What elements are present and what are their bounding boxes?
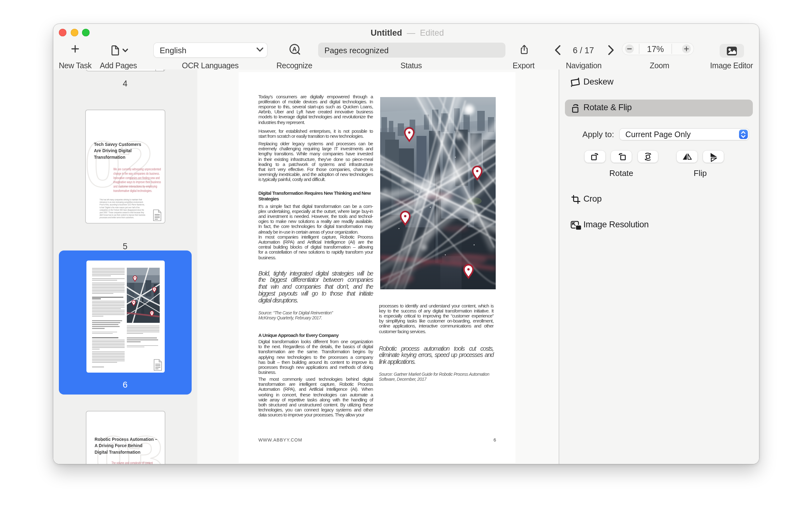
- svg-text:A: A: [292, 46, 296, 53]
- svg-text:This has left many companies s: This has left many companies striving to…: [99, 198, 146, 219]
- svg-text:The volume and complexity of c: The volume and complexity of content con…: [111, 461, 155, 464]
